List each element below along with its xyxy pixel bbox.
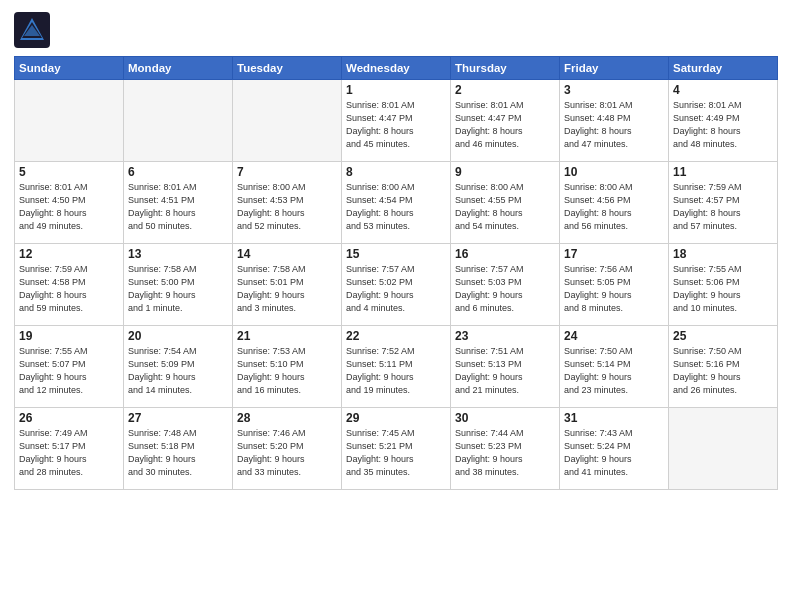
day-number: 25 [673, 329, 773, 343]
calendar-cell: 27Sunrise: 7:48 AM Sunset: 5:18 PM Dayli… [124, 408, 233, 490]
day-number: 1 [346, 83, 446, 97]
day-number: 20 [128, 329, 228, 343]
day-info: Sunrise: 8:01 AM Sunset: 4:50 PM Dayligh… [19, 181, 119, 233]
day-number: 27 [128, 411, 228, 425]
day-number: 5 [19, 165, 119, 179]
calendar-cell [669, 408, 778, 490]
logo [14, 12, 52, 48]
day-number: 31 [564, 411, 664, 425]
day-info: Sunrise: 8:01 AM Sunset: 4:51 PM Dayligh… [128, 181, 228, 233]
week-row-4: 19Sunrise: 7:55 AM Sunset: 5:07 PM Dayli… [15, 326, 778, 408]
calendar-cell [233, 80, 342, 162]
day-info: Sunrise: 7:54 AM Sunset: 5:09 PM Dayligh… [128, 345, 228, 397]
calendar-cell: 15Sunrise: 7:57 AM Sunset: 5:02 PM Dayli… [342, 244, 451, 326]
day-info: Sunrise: 7:48 AM Sunset: 5:18 PM Dayligh… [128, 427, 228, 479]
day-number: 23 [455, 329, 555, 343]
weekday-header-sunday: Sunday [15, 57, 124, 80]
day-number: 4 [673, 83, 773, 97]
day-info: Sunrise: 8:01 AM Sunset: 4:47 PM Dayligh… [346, 99, 446, 151]
weekday-header-tuesday: Tuesday [233, 57, 342, 80]
day-info: Sunrise: 7:56 AM Sunset: 5:05 PM Dayligh… [564, 263, 664, 315]
day-info: Sunrise: 7:46 AM Sunset: 5:20 PM Dayligh… [237, 427, 337, 479]
day-info: Sunrise: 7:44 AM Sunset: 5:23 PM Dayligh… [455, 427, 555, 479]
day-info: Sunrise: 7:49 AM Sunset: 5:17 PM Dayligh… [19, 427, 119, 479]
header [14, 12, 778, 48]
day-number: 24 [564, 329, 664, 343]
calendar-cell: 18Sunrise: 7:55 AM Sunset: 5:06 PM Dayli… [669, 244, 778, 326]
weekday-header-friday: Friday [560, 57, 669, 80]
day-info: Sunrise: 7:50 AM Sunset: 5:16 PM Dayligh… [673, 345, 773, 397]
week-row-5: 26Sunrise: 7:49 AM Sunset: 5:17 PM Dayli… [15, 408, 778, 490]
weekday-header-monday: Monday [124, 57, 233, 80]
calendar-cell: 29Sunrise: 7:45 AM Sunset: 5:21 PM Dayli… [342, 408, 451, 490]
calendar-cell: 31Sunrise: 7:43 AM Sunset: 5:24 PM Dayli… [560, 408, 669, 490]
day-info: Sunrise: 7:59 AM Sunset: 4:57 PM Dayligh… [673, 181, 773, 233]
day-number: 7 [237, 165, 337, 179]
calendar-cell [15, 80, 124, 162]
calendar-cell: 25Sunrise: 7:50 AM Sunset: 5:16 PM Dayli… [669, 326, 778, 408]
day-number: 11 [673, 165, 773, 179]
week-row-3: 12Sunrise: 7:59 AM Sunset: 4:58 PM Dayli… [15, 244, 778, 326]
day-number: 17 [564, 247, 664, 261]
calendar-table: SundayMondayTuesdayWednesdayThursdayFrid… [14, 56, 778, 490]
calendar-cell: 8Sunrise: 8:00 AM Sunset: 4:54 PM Daylig… [342, 162, 451, 244]
day-info: Sunrise: 7:58 AM Sunset: 5:01 PM Dayligh… [237, 263, 337, 315]
calendar-cell: 21Sunrise: 7:53 AM Sunset: 5:10 PM Dayli… [233, 326, 342, 408]
day-info: Sunrise: 8:01 AM Sunset: 4:48 PM Dayligh… [564, 99, 664, 151]
day-number: 12 [19, 247, 119, 261]
day-info: Sunrise: 7:55 AM Sunset: 5:07 PM Dayligh… [19, 345, 119, 397]
day-info: Sunrise: 7:57 AM Sunset: 5:02 PM Dayligh… [346, 263, 446, 315]
day-number: 13 [128, 247, 228, 261]
day-number: 26 [19, 411, 119, 425]
day-info: Sunrise: 7:43 AM Sunset: 5:24 PM Dayligh… [564, 427, 664, 479]
calendar-cell: 7Sunrise: 8:00 AM Sunset: 4:53 PM Daylig… [233, 162, 342, 244]
day-number: 6 [128, 165, 228, 179]
day-info: Sunrise: 7:50 AM Sunset: 5:14 PM Dayligh… [564, 345, 664, 397]
calendar-cell [124, 80, 233, 162]
calendar-cell: 11Sunrise: 7:59 AM Sunset: 4:57 PM Dayli… [669, 162, 778, 244]
calendar-cell: 30Sunrise: 7:44 AM Sunset: 5:23 PM Dayli… [451, 408, 560, 490]
day-info: Sunrise: 8:00 AM Sunset: 4:53 PM Dayligh… [237, 181, 337, 233]
day-number: 16 [455, 247, 555, 261]
day-number: 14 [237, 247, 337, 261]
day-number: 9 [455, 165, 555, 179]
day-info: Sunrise: 7:45 AM Sunset: 5:21 PM Dayligh… [346, 427, 446, 479]
day-number: 15 [346, 247, 446, 261]
calendar-cell: 5Sunrise: 8:01 AM Sunset: 4:50 PM Daylig… [15, 162, 124, 244]
day-number: 21 [237, 329, 337, 343]
logo-icon [14, 12, 50, 48]
day-number: 2 [455, 83, 555, 97]
day-info: Sunrise: 7:59 AM Sunset: 4:58 PM Dayligh… [19, 263, 119, 315]
calendar-cell: 12Sunrise: 7:59 AM Sunset: 4:58 PM Dayli… [15, 244, 124, 326]
calendar-cell: 10Sunrise: 8:00 AM Sunset: 4:56 PM Dayli… [560, 162, 669, 244]
day-info: Sunrise: 7:52 AM Sunset: 5:11 PM Dayligh… [346, 345, 446, 397]
day-info: Sunrise: 7:51 AM Sunset: 5:13 PM Dayligh… [455, 345, 555, 397]
weekday-header-saturday: Saturday [669, 57, 778, 80]
calendar-cell: 16Sunrise: 7:57 AM Sunset: 5:03 PM Dayli… [451, 244, 560, 326]
calendar-cell: 9Sunrise: 8:00 AM Sunset: 4:55 PM Daylig… [451, 162, 560, 244]
day-number: 28 [237, 411, 337, 425]
calendar-cell: 6Sunrise: 8:01 AM Sunset: 4:51 PM Daylig… [124, 162, 233, 244]
day-number: 22 [346, 329, 446, 343]
calendar-cell: 17Sunrise: 7:56 AM Sunset: 5:05 PM Dayli… [560, 244, 669, 326]
day-number: 18 [673, 247, 773, 261]
day-number: 3 [564, 83, 664, 97]
day-info: Sunrise: 8:00 AM Sunset: 4:56 PM Dayligh… [564, 181, 664, 233]
calendar-cell: 22Sunrise: 7:52 AM Sunset: 5:11 PM Dayli… [342, 326, 451, 408]
calendar-cell: 20Sunrise: 7:54 AM Sunset: 5:09 PM Dayli… [124, 326, 233, 408]
calendar-cell: 3Sunrise: 8:01 AM Sunset: 4:48 PM Daylig… [560, 80, 669, 162]
day-number: 19 [19, 329, 119, 343]
week-row-2: 5Sunrise: 8:01 AM Sunset: 4:50 PM Daylig… [15, 162, 778, 244]
day-number: 10 [564, 165, 664, 179]
calendar-cell: 2Sunrise: 8:01 AM Sunset: 4:47 PM Daylig… [451, 80, 560, 162]
day-info: Sunrise: 8:01 AM Sunset: 4:49 PM Dayligh… [673, 99, 773, 151]
calendar-cell: 4Sunrise: 8:01 AM Sunset: 4:49 PM Daylig… [669, 80, 778, 162]
day-info: Sunrise: 7:53 AM Sunset: 5:10 PM Dayligh… [237, 345, 337, 397]
calendar-cell: 26Sunrise: 7:49 AM Sunset: 5:17 PM Dayli… [15, 408, 124, 490]
week-row-1: 1Sunrise: 8:01 AM Sunset: 4:47 PM Daylig… [15, 80, 778, 162]
weekday-header-row: SundayMondayTuesdayWednesdayThursdayFrid… [15, 57, 778, 80]
calendar-cell: 24Sunrise: 7:50 AM Sunset: 5:14 PM Dayli… [560, 326, 669, 408]
day-number: 8 [346, 165, 446, 179]
day-info: Sunrise: 8:00 AM Sunset: 4:55 PM Dayligh… [455, 181, 555, 233]
weekday-header-thursday: Thursday [451, 57, 560, 80]
